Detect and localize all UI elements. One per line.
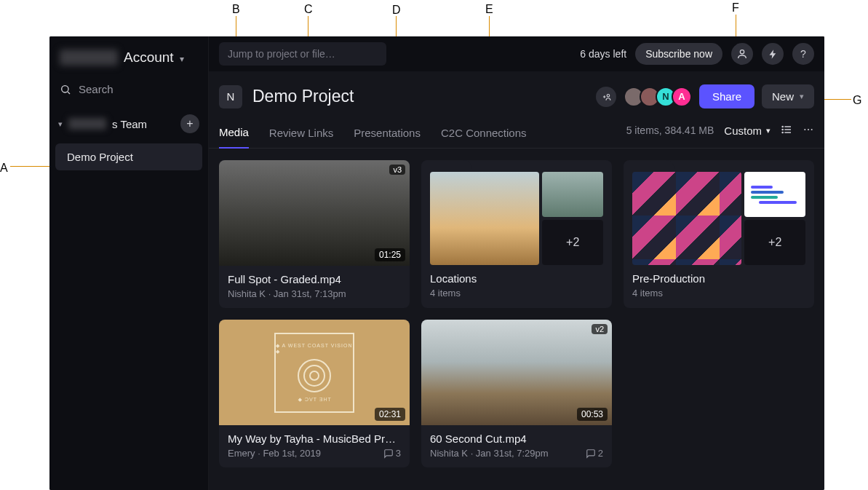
thumbnail: ◆ A WEST COAST VISION ◆ THE TVC ◆ 02:31: [219, 320, 410, 425]
sidebar-search[interactable]: Search: [49, 73, 208, 108]
card-title: Locations: [430, 272, 603, 285]
chevron-down-icon: ▾: [766, 126, 771, 135]
svg-point-11: [782, 132, 783, 133]
svg-point-14: [811, 129, 813, 130]
thumbnail: v2 00:53: [421, 320, 612, 425]
card-meta: Nishita K · Jan 31st, 7:29pm: [430, 448, 549, 459]
card-title: My Way by Tayha - MusicBed Pre…: [228, 432, 401, 445]
item-stats: 5 items, 384.41 MB: [626, 125, 714, 136]
team-name-redacted: [68, 118, 106, 130]
project-title: Demo Project: [252, 87, 354, 106]
chevron-down-icon: ▾: [800, 92, 804, 101]
lightning-icon[interactable]: [762, 43, 784, 65]
svg-point-10: [782, 129, 783, 130]
account-switcher[interactable]: Account ▾: [49, 42, 208, 73]
folder-thumb: [744, 172, 805, 217]
app-window: Account ▾ Search ▾ s Team + Demo Project…: [49, 36, 824, 490]
annotation-line-G: [824, 99, 851, 100]
more-icon[interactable]: [803, 124, 814, 138]
account-name-redacted: [60, 50, 118, 66]
sidebar-project-item[interactable]: Demo Project: [55, 143, 202, 170]
annotation-line-A: [10, 166, 49, 167]
project-badge: N: [219, 85, 242, 108]
global-search-input[interactable]: Jump to project or file…: [219, 42, 386, 66]
avatar[interactable]: A: [672, 87, 692, 107]
annotation-G: G: [853, 94, 861, 107]
folder-thumb: [632, 172, 741, 265]
sort-label: Custom: [724, 125, 762, 137]
chevron-down-icon: ▾: [58, 119, 63, 129]
annotation-E: E: [485, 3, 493, 16]
folder-card[interactable]: +2 Locations 4 items: [421, 160, 612, 308]
svg-line-1: [68, 92, 70, 94]
thumbnail: v3 01:25: [219, 160, 410, 266]
comment-count: 2: [586, 448, 603, 459]
new-button[interactable]: New ▾: [762, 84, 814, 108]
card-title: Full Spot - Graded.mp4: [228, 273, 401, 285]
poster-graphic: ◆ A WEST COAST VISION ◆ THE TVC ◆: [274, 333, 354, 413]
account-label: Account: [124, 50, 174, 66]
sidebar: Account ▾ Search ▾ s Team + Demo Project: [49, 36, 209, 490]
tabs-row: Media Review Links Presentations C2C Con…: [209, 116, 824, 149]
svg-point-13: [808, 129, 809, 130]
tab-c2c-connections[interactable]: C2C Connections: [441, 121, 527, 148]
collaborator-avatars[interactable]: N A: [624, 87, 692, 107]
annotation-F: F: [732, 1, 739, 15]
add-people-button[interactable]: [596, 87, 616, 107]
sidebar-search-label: Search: [79, 83, 114, 95]
chevron-down-icon: ▾: [180, 54, 184, 64]
help-icon[interactable]: ?: [792, 43, 814, 65]
version-badge: v2: [592, 324, 608, 334]
annotation-A: A: [0, 162, 8, 175]
tab-review-links[interactable]: Review Links: [269, 121, 333, 148]
subscribe-button[interactable]: Subscribe now: [635, 43, 722, 65]
trial-days-left: 6 days left: [580, 48, 626, 60]
main-area: Jump to project or file… 6 days left Sub…: [209, 36, 824, 490]
svg-point-2: [740, 50, 744, 54]
folder-more-count: +2: [744, 220, 805, 265]
svg-point-5: [607, 94, 610, 97]
media-grid: v3 01:25 Full Spot - Graded.mp4 Nishita …: [209, 149, 824, 479]
media-card[interactable]: v2 00:53 60 Second Cut.mp4 Nishita K · J…: [421, 320, 612, 467]
tab-media[interactable]: Media: [219, 120, 249, 149]
annotation-B: B: [232, 3, 240, 16]
folder-more-count: +2: [542, 220, 603, 265]
duration-badge: 01:25: [375, 248, 405, 261]
card-title: Pre-Production: [632, 272, 805, 285]
media-card[interactable]: ◆ A WEST COAST VISION ◆ THE TVC ◆ 02:31 …: [219, 320, 410, 467]
team-suffix: s Team: [112, 118, 147, 130]
card-meta: Emery · Feb 1st, 2019: [228, 448, 321, 459]
card-meta: 4 items: [632, 288, 805, 299]
share-button[interactable]: Share: [699, 84, 754, 108]
card-meta: 4 items: [430, 288, 603, 299]
card-meta: Nishita K · Jan 31st, 7:13pm: [228, 288, 401, 299]
annotation-D: D: [392, 4, 401, 17]
topbar: Jump to project or file… 6 days left Sub…: [209, 36, 824, 71]
duration-badge: 02:31: [375, 408, 405, 421]
profile-icon[interactable]: [731, 43, 753, 65]
sort-dropdown[interactable]: Custom ▾: [724, 125, 771, 137]
card-title: 60 Second Cut.mp4: [430, 432, 603, 445]
search-icon: [60, 84, 71, 95]
svg-point-0: [62, 85, 68, 92]
duration-badge: 00:53: [577, 408, 608, 421]
new-button-label: New: [772, 90, 794, 103]
folder-thumb: [542, 172, 603, 217]
project-header: N Demo Project N A Share New ▾: [209, 71, 824, 116]
sidebar-team[interactable]: ▾ s Team +: [49, 108, 208, 139]
annotation-C: C: [304, 3, 313, 16]
add-project-button[interactable]: +: [180, 114, 199, 133]
version-badge: v3: [389, 165, 405, 175]
media-card[interactable]: v3 01:25 Full Spot - Graded.mp4 Nishita …: [219, 160, 410, 308]
svg-point-12: [804, 129, 805, 130]
folder-thumb: [430, 172, 539, 265]
svg-point-9: [782, 126, 783, 127]
comment-count: 3: [383, 448, 401, 459]
tab-presentations[interactable]: Presentations: [354, 121, 421, 148]
list-view-icon[interactable]: [781, 124, 792, 138]
folder-card[interactable]: +2 Pre-Production 4 items: [624, 160, 814, 308]
